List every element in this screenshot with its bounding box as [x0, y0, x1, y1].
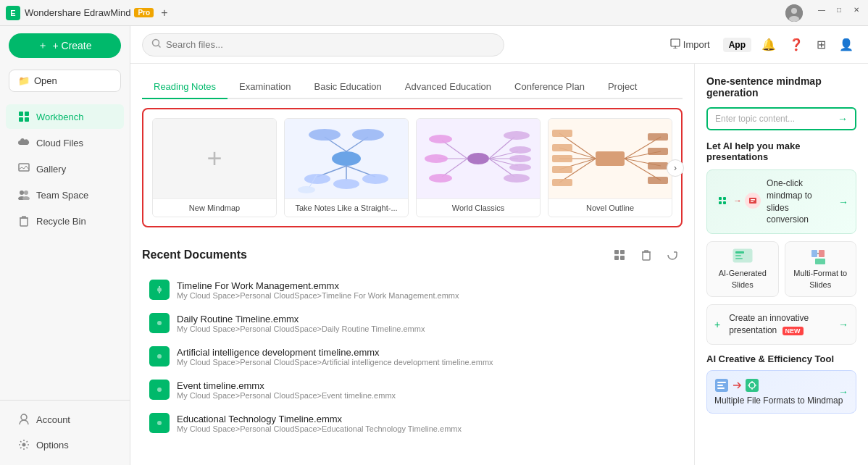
svg-rect-69 — [620, 256, 625, 260]
gallery-icon — [17, 162, 30, 175]
tab-reading-notes[interactable]: Reading Notes — [142, 75, 228, 99]
folder-icon: 📁 — [18, 75, 30, 86]
tab-basic-education[interactable]: Basic Education — [303, 75, 393, 99]
open-button[interactable]: 📁 Open — [9, 70, 121, 92]
minimize-button[interactable]: — — [816, 4, 827, 16]
svg-point-26 — [333, 179, 359, 189]
sidebar-item-cloud-files[interactable]: Cloud Files — [6, 130, 124, 155]
innovative-label: Create an innovative presentation NEW — [729, 312, 832, 337]
template-label-take-notes: Take Notes Like a Straight-... — [285, 198, 408, 217]
search-input[interactable] — [166, 39, 495, 50]
doc-icon-1 — [149, 280, 170, 300]
ai-topic-input[interactable] — [715, 114, 833, 124]
doc-info-1: Timeline For Work Management.emmx My Clo… — [177, 280, 675, 300]
tool-label: Multiple File Formats to Mindmap — [714, 395, 848, 406]
recent-actions — [610, 245, 683, 265]
template-next-button[interactable]: › — [667, 159, 684, 177]
pro-badge: Pro — [134, 8, 154, 17]
sidebar-item-account[interactable]: Account — [6, 407, 124, 432]
tab-project[interactable]: Project — [596, 75, 648, 99]
doc-item-2[interactable]: Daily Routine Timeline.emmx My Cloud Spa… — [142, 307, 683, 339]
svg-rect-5 — [19, 117, 23, 122]
content-area: Import App 🔔 ❓ ⊞ 👤 Reading Notes Examina… — [130, 26, 868, 465]
topbar-right: Import App 🔔 ❓ ⊞ 👤 — [664, 35, 856, 54]
svg-rect-57 — [552, 130, 572, 137]
maximize-button[interactable]: □ — [833, 4, 845, 16]
recent-header: Recent Documents — [142, 245, 683, 265]
sidebar-item-workbench[interactable]: Workbench — [6, 104, 124, 129]
delete-button[interactable] — [636, 245, 656, 265]
template-card-take-notes[interactable]: Take Notes Like a Straight-... — [284, 118, 409, 217]
svg-rect-98 — [717, 382, 726, 383]
ai-slides-label: AI-Generated Slides — [713, 268, 772, 290]
doc-item-1[interactable]: Timeline For Work Management.emmx My Clo… — [142, 274, 683, 306]
multi-file-tool-card[interactable]: Multiple File Formats to Mindmap → — [706, 370, 856, 414]
recent-section: Recent Documents — [142, 245, 683, 439]
svg-rect-6 — [25, 117, 29, 122]
svg-point-46 — [504, 174, 530, 183]
sidebar-item-workbench-label: Workbench — [36, 112, 84, 122]
doc-item-3[interactable]: Artificial intelligence development time… — [142, 340, 683, 372]
ai-send-button[interactable]: → — [838, 113, 848, 125]
person-icon[interactable]: 👤 — [836, 35, 856, 54]
svg-rect-62 — [648, 133, 668, 141]
svg-rect-94 — [811, 250, 817, 257]
template-card-new[interactable]: + New Mindmap — [152, 118, 277, 217]
svg-rect-95 — [819, 250, 825, 257]
refresh-button[interactable] — [662, 245, 683, 265]
new-tab-button[interactable]: + — [161, 7, 167, 20]
svg-rect-4 — [25, 112, 29, 116]
innovative-card[interactable]: + Create an innovative presentation NEW … — [706, 304, 856, 345]
template-card-world-classics[interactable]: World Classics — [416, 118, 541, 217]
create-label: + Create — [52, 40, 91, 51]
search-box[interactable] — [142, 33, 504, 56]
svg-rect-88 — [751, 199, 755, 201]
sidebar-item-team-space[interactable]: Team Space — [6, 183, 124, 207]
close-button[interactable]: ✕ — [851, 4, 862, 16]
grid-icon[interactable]: ⊞ — [814, 35, 829, 54]
app-button[interactable]: App — [723, 38, 751, 52]
list-view-button[interactable] — [610, 245, 630, 265]
tab-advanced-education[interactable]: Advanced Education — [393, 75, 503, 99]
bell-icon[interactable]: 🔔 — [759, 35, 779, 54]
efficiency-title: AI Creative & Efficiency Tool — [706, 353, 856, 364]
svg-rect-68 — [620, 250, 625, 254]
svg-point-82 — [157, 421, 162, 425]
doc-name-3: Artificial intelligence development time… — [177, 347, 675, 358]
svg-rect-66 — [614, 250, 619, 254]
svg-rect-67 — [614, 256, 619, 260]
tab-conference-plan[interactable]: Conference Plan — [503, 75, 596, 99]
ai-generated-slides-card[interactable]: AI-Generated Slides — [706, 241, 779, 297]
doc-info-4: Event timeline.emmx My Cloud Space>Perso… — [177, 380, 675, 400]
doc-item-5[interactable]: Educational Technology Timeline.emmx My … — [142, 407, 683, 439]
templates-section: Reading Notes Examination Basic Educatio… — [142, 75, 683, 227]
sidebar-item-recycle-bin[interactable]: Recycle Bin — [6, 209, 124, 233]
svg-point-13 — [21, 414, 27, 420]
right-panel: One-sentence mindmap generation → Let AI… — [694, 64, 868, 465]
one-click-card[interactable]: → One-click mindmap to slides conversion… — [706, 169, 856, 234]
sidebar-item-gallery[interactable]: Gallery — [6, 156, 124, 181]
search-icon — [151, 38, 162, 51]
innovative-arrow: → — [838, 319, 848, 330]
template-label-world-classics: World Classics — [417, 198, 540, 217]
sidebar-item-cloud-label: Cloud Files — [36, 138, 83, 148]
svg-point-27 — [362, 174, 388, 184]
svg-point-40 — [425, 154, 448, 163]
user-avatar[interactable] — [785, 4, 803, 22]
doc-item-4[interactable]: Event timeline.emmx My Cloud Space>Perso… — [142, 374, 683, 406]
import-button[interactable]: Import — [664, 35, 716, 54]
open-label: Open — [34, 75, 57, 86]
tab-examination[interactable]: Examination — [228, 75, 303, 99]
ai-input-box[interactable]: → — [706, 107, 856, 130]
svg-rect-3 — [19, 112, 23, 116]
help-icon[interactable]: ❓ — [786, 35, 806, 54]
sidebar-item-options[interactable]: Options — [6, 432, 124, 457]
app-name: Wondershare EdrawMind — [25, 7, 130, 18]
presentations-title: Let AI help you make presentations — [706, 141, 856, 162]
svg-rect-65 — [648, 177, 668, 184]
doc-info-3: Artificial intelligence development time… — [177, 347, 675, 366]
svg-rect-101 — [746, 379, 759, 392]
create-button[interactable]: ＋ + Create — [9, 33, 121, 58]
template-card-novel-outline[interactable]: Novel Outline — [548, 118, 672, 217]
multi-format-card[interactable]: Multi-Format to Slides — [785, 241, 857, 297]
